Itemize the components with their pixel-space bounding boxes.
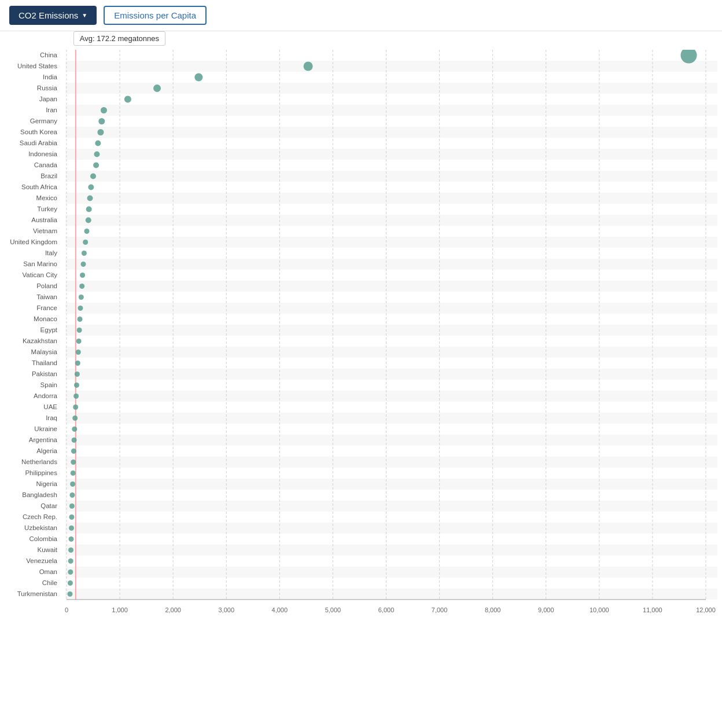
row-background: [65, 248, 717, 259]
data-dot[interactable]: [78, 317, 83, 322]
data-dot[interactable]: [71, 470, 76, 476]
x-axis-label: 6,000: [378, 606, 395, 613]
data-dot[interactable]: [75, 372, 80, 377]
data-dot[interactable]: [80, 273, 85, 278]
data-dot[interactable]: [81, 262, 86, 267]
capita-label: Emissions per Capita: [114, 10, 196, 20]
data-dot[interactable]: [73, 405, 78, 410]
row-background: [65, 94, 717, 105]
row-background: [65, 369, 717, 380]
row-background: [65, 50, 717, 61]
y-axis-label: South Africa: [21, 182, 57, 193]
row-background: [65, 215, 717, 226]
data-dot[interactable]: [68, 580, 73, 586]
y-axis-label: Kazakhstan: [23, 336, 57, 347]
data-dot[interactable]: [86, 207, 92, 212]
y-axis-label: Thailand: [32, 358, 57, 369]
data-dot[interactable]: [83, 240, 88, 245]
row-background: [65, 61, 717, 72]
row-background: [65, 468, 717, 479]
data-dot[interactable]: [72, 426, 77, 432]
data-dot[interactable]: [304, 62, 313, 71]
y-axis-label: Japan: [39, 94, 57, 105]
y-axis-label: India: [43, 72, 57, 83]
data-dot[interactable]: [87, 196, 93, 201]
row-background: [65, 490, 717, 501]
data-dot[interactable]: [73, 394, 79, 399]
data-dot[interactable]: [69, 503, 75, 509]
y-axis-label: Mexico: [36, 193, 57, 204]
data-dot[interactable]: [79, 284, 84, 289]
y-axis-label: Turkmenistan: [17, 589, 57, 600]
data-dot[interactable]: [68, 569, 73, 575]
data-dot[interactable]: [71, 459, 76, 465]
row-background: [65, 204, 717, 215]
row-background: [65, 171, 717, 182]
data-dot[interactable]: [194, 73, 202, 82]
data-dot[interactable]: [84, 229, 89, 234]
row-background: [65, 314, 717, 325]
data-dot[interactable]: [95, 141, 101, 146]
data-dot[interactable]: [70, 481, 75, 487]
row-background: [65, 523, 717, 534]
data-dot[interactable]: [72, 437, 77, 443]
data-dot[interactable]: [90, 174, 96, 179]
data-dot[interactable]: [76, 350, 81, 355]
row-background: [65, 358, 717, 369]
data-dot[interactable]: [97, 129, 104, 135]
row-background: [65, 457, 717, 468]
co2-emissions-button[interactable]: CO2 Emissions ▼: [9, 6, 97, 25]
row-background: [65, 336, 717, 347]
row-background: [65, 534, 717, 545]
y-axis-label: Andorra: [34, 391, 57, 402]
data-dot[interactable]: [98, 118, 105, 124]
data-dot[interactable]: [94, 152, 100, 157]
x-axis-label: 3,000: [218, 606, 234, 613]
x-axis-label: 1,000: [112, 606, 128, 613]
emissions-per-capita-button[interactable]: Emissions per Capita: [104, 6, 207, 25]
row-background: [65, 259, 717, 270]
data-dot[interactable]: [74, 383, 79, 388]
data-dot[interactable]: [69, 492, 75, 498]
data-dot[interactable]: [71, 448, 76, 454]
data-dot[interactable]: [101, 107, 107, 113]
data-dot[interactable]: [79, 295, 84, 300]
row-background: [65, 402, 717, 413]
data-dot[interactable]: [67, 591, 72, 597]
y-axis-label: Italy: [45, 248, 57, 259]
y-axis-label: Taiwan: [36, 292, 57, 303]
data-dot[interactable]: [82, 251, 87, 256]
data-dot[interactable]: [69, 514, 74, 520]
y-axis-label: Turkey: [37, 204, 57, 215]
chart-area: ChinaUnited StatesIndiaRussiaJapanIranGe…: [0, 31, 722, 652]
data-dot[interactable]: [76, 339, 82, 344]
x-axis-label: 8,000: [485, 606, 501, 613]
data-dot[interactable]: [72, 416, 78, 421]
data-dot[interactable]: [93, 163, 99, 168]
data-dot[interactable]: [153, 84, 161, 92]
data-dot[interactable]: [69, 536, 74, 542]
data-dot[interactable]: [88, 185, 94, 190]
data-dot[interactable]: [124, 96, 131, 103]
data-dot[interactable]: [68, 547, 73, 553]
data-dot[interactable]: [68, 558, 73, 564]
y-axis-label: Ukraine: [34, 424, 57, 435]
y-axis-label: United States: [17, 61, 57, 72]
y-axis-label: Argentina: [29, 435, 57, 446]
y-axis-label: Qatar: [40, 501, 57, 512]
y-axis-label: Iran: [46, 105, 57, 116]
data-dot[interactable]: [75, 361, 80, 366]
x-axis-label: 2,000: [165, 606, 181, 613]
data-dot[interactable]: [78, 306, 83, 311]
row-background: [65, 281, 717, 292]
x-axis-label: 5,000: [325, 606, 341, 613]
data-dot[interactable]: [69, 525, 74, 531]
y-axis-label: Pakistan: [32, 369, 57, 380]
data-dot[interactable]: [77, 328, 82, 333]
row-background: [65, 589, 717, 600]
data-dot[interactable]: [86, 218, 91, 223]
x-axis-label: 4,000: [272, 606, 288, 613]
y-axis-label: Nigeria: [36, 479, 57, 490]
y-axis-label: Spain: [40, 380, 57, 391]
row-background: [65, 237, 717, 248]
